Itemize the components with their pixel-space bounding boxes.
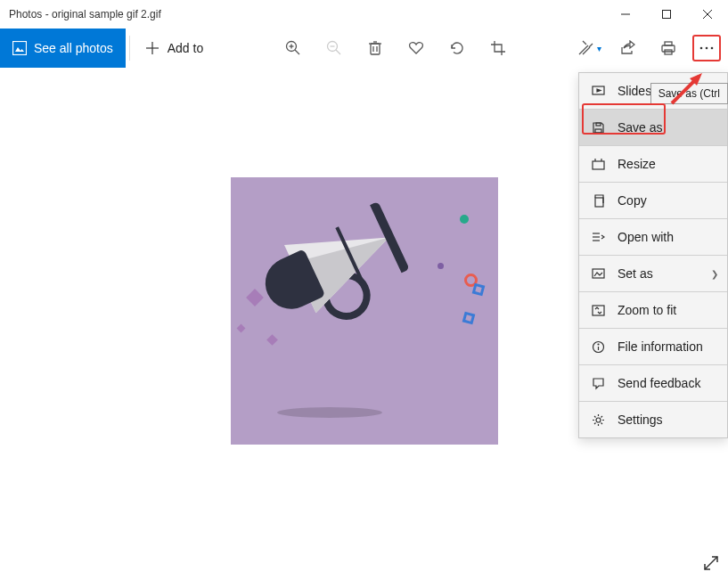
menu-send-feedback[interactable]: Send feedback [579,365,727,401]
svg-point-46 [596,418,601,422]
more-options-menu: Slideshow Save as Resize Copy Open with … [578,72,728,438]
edit-create-button[interactable]: ▾ [577,40,601,56]
info-icon [592,340,605,354]
share-icon [619,40,635,56]
svg-rect-37 [595,198,603,207]
share-button[interactable] [607,29,648,68]
menu-file-information[interactable]: File information [579,329,727,364]
zoom-in-button[interactable] [273,29,314,68]
close-button[interactable] [687,0,728,29]
chevron-down-icon: ▾ [597,44,601,53]
save-icon [592,121,605,135]
menu-settings[interactable]: Settings [579,402,727,437]
titlebar: Photos - original sample gif 2.gif [0,0,728,29]
rotate-button[interactable] [437,29,478,68]
menu-open-with[interactable]: Open with [579,219,727,255]
add-to-button[interactable]: Add to [134,29,216,68]
svg-line-21 [589,44,593,47]
svg-rect-34 [593,161,604,169]
svg-rect-1 [663,11,671,19]
zoom-out-icon [326,40,342,56]
svg-line-20 [583,41,586,45]
menu-save-as[interactable]: Save as [579,110,727,145]
print-icon [660,40,676,56]
set-as-icon [592,267,605,281]
menu-zoom-to-fit[interactable]: Zoom to fit [579,292,727,328]
more-options-button[interactable] [692,35,721,61]
crop-icon [490,40,506,56]
maximize-button[interactable] [646,0,687,29]
crop-button[interactable] [478,29,519,68]
svg-rect-33 [596,123,601,126]
menu-resize[interactable]: Resize [579,146,727,182]
svg-rect-23 [665,42,672,45]
heart-icon [408,40,424,56]
toolbar-divider [129,36,130,61]
svg-rect-15 [371,44,380,54]
zoom-out-button[interactable] [314,29,355,68]
svg-rect-32 [595,129,601,133]
svg-line-9 [295,50,299,54]
svg-point-26 [706,47,708,50]
svg-marker-31 [597,89,601,92]
edit-icon [577,40,593,56]
add-to-label: Add to [168,41,203,55]
svg-line-13 [336,50,340,54]
window-controls [605,0,728,29]
svg-marker-5 [15,47,24,52]
plus-icon [146,42,159,54]
see-all-photos-button[interactable]: See all photos [0,29,126,68]
svg-rect-4 [13,42,27,55]
zoom-fit-icon [592,304,605,317]
menu-set-as[interactable]: Set as ❯ [579,256,727,291]
svg-rect-22 [662,45,675,52]
photos-icon [12,41,27,55]
rotate-icon [449,40,465,56]
settings-icon [592,413,605,427]
open-with-icon [592,231,605,244]
svg-line-47 [705,557,717,569]
see-all-label: See all photos [34,41,113,55]
displayed-image[interactable] [231,177,498,445]
trash-icon [367,40,383,56]
svg-rect-42 [593,306,604,315]
toolbar: See all photos Add to ▾ [0,29,728,68]
minimize-button[interactable] [605,0,646,29]
copy-icon [592,194,605,208]
svg-point-25 [700,47,703,50]
resize-grip-icon[interactable] [703,555,719,571]
feedback-icon [592,377,605,390]
svg-point-27 [711,47,714,50]
favorite-button[interactable] [396,29,437,68]
resize-icon [592,158,605,171]
delete-button[interactable] [355,29,396,68]
window-title: Photos - original sample gif 2.gif [9,8,161,20]
menu-copy[interactable]: Copy [579,183,727,218]
print-button[interactable] [648,29,689,68]
zoom-in-icon [285,40,301,56]
save-as-tooltip: Save as (Ctrl [650,83,728,104]
svg-point-45 [598,344,599,345]
slideshow-icon [592,85,605,98]
chevron-right-icon: ❯ [711,269,718,279]
more-icon [699,46,714,50]
